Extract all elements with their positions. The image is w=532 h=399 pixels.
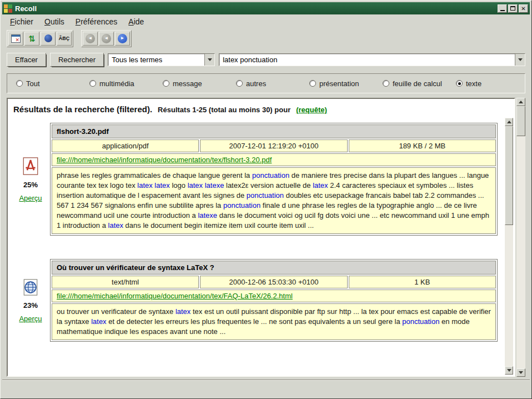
radio-icon[interactable] (236, 80, 243, 87)
pdf-file-icon[interactable] (22, 157, 39, 176)
result-item-1: 25% Aperçu flshort-3.20.pdf application/… (11, 123, 498, 236)
radio-icon[interactable] (16, 80, 23, 87)
scroll-up-button[interactable] (505, 118, 513, 126)
result-gutter: 23% Aperçu (11, 259, 50, 342)
search-row: Effacer Rechercher Tous les termes latex… (2, 51, 530, 68)
radio-icon[interactable] (163, 80, 169, 87)
recoll-window: Recoll ✕ Fichier Outils Préférences Aide… (0, 0, 532, 399)
result-mime: application/pdf (52, 139, 199, 152)
result-mime: text/html (52, 276, 199, 288)
filter-tout[interactable]: Tout (16, 79, 89, 88)
menu-aide[interactable]: Aide (124, 16, 148, 28)
radio-icon[interactable] (383, 80, 389, 87)
first-page-icon: ◄ (86, 34, 95, 43)
relevance-percent: 25% (23, 181, 38, 189)
update-index-icon: ⇅ (28, 34, 36, 43)
relevance-percent: 23% (23, 301, 38, 310)
filter-autres[interactable]: autres (236, 79, 309, 88)
clear-search-button[interactable] (8, 32, 23, 46)
results-title: Résultats de la recherche (filtered). (13, 104, 152, 114)
scrollbar-thumb[interactable] (516, 106, 525, 136)
html-file-icon[interactable] (22, 278, 39, 296)
next-page-button[interactable]: ► (115, 32, 130, 46)
search-mode-value: Tous les termes (108, 56, 204, 64)
result-abstract: ou trouver un verificateur de syntaxe la… (52, 303, 496, 340)
toolgroup-main: ⇅ ÂBÇ (7, 30, 73, 47)
radio-icon[interactable] (456, 80, 463, 87)
advanced-search-icon (44, 34, 52, 42)
search-query-dropdown-button[interactable] (515, 54, 525, 66)
scroll-up-button[interactable] (516, 98, 525, 106)
minimize-icon (500, 10, 505, 11)
results-area: Résultats de la recherche (filtered). Ré… (7, 98, 525, 377)
result-size: 1 KB (349, 276, 496, 288)
filter-multimedia[interactable]: multimédia (89, 79, 163, 88)
first-page-button[interactable]: ◄ (83, 32, 98, 46)
result-table: flshort-3.20.pdf application/pdf 2007-12… (50, 123, 498, 236)
radio-icon[interactable] (309, 80, 316, 87)
tool-bar: ⇅ ÂBÇ ◄ ◄ ► (2, 29, 530, 48)
result-item-2: 23% Aperçu Où trouver un vérificateur de… (11, 259, 498, 342)
search-mode-dropdown-button[interactable] (204, 54, 214, 66)
result-size: 189 KB / 2 MB (349, 139, 496, 152)
maximize-button[interactable] (508, 4, 518, 13)
advanced-search-button[interactable] (41, 32, 56, 46)
result-abstract: phrase les regles grammaticales de chaqu… (52, 167, 496, 234)
arrow-up-icon (507, 121, 511, 123)
chevron-down-icon (518, 58, 523, 61)
arrow-up-icon (519, 101, 523, 103)
chevron-down-icon (208, 58, 212, 61)
arrow-down-icon (507, 369, 511, 372)
filter-message[interactable]: message (163, 79, 236, 88)
result-list: Résultats de la recherche (filtered). Ré… (7, 98, 515, 377)
result-date: 2007-12-01 12:19:20 +0100 (200, 139, 347, 152)
title-bar: Recoll ✕ (2, 2, 530, 14)
filter-feuille-de-calcul[interactable]: feuille de calcul (383, 79, 456, 88)
result-gutter: 25% Aperçu (11, 123, 50, 236)
result-title: Où trouver un vérificateur de syntaxe La… (52, 261, 496, 275)
result-title: flshort-3.20.pdf (52, 124, 496, 138)
spellcheck-icon: ÂBÇ (59, 36, 70, 41)
scrollbar-thumb[interactable] (505, 126, 513, 225)
menu-fichier[interactable]: Fichier (6, 16, 38, 28)
toolgroup-nav: ◄ ◄ ► (81, 30, 132, 47)
preview-link[interactable]: Aperçu (19, 194, 42, 202)
scroll-down-button[interactable] (505, 366, 513, 375)
results-inner-scrollbar[interactable] (505, 118, 513, 375)
status-bar (2, 380, 530, 397)
search-button[interactable]: Rechercher (50, 53, 104, 67)
clear-form-icon (11, 34, 21, 43)
term-explorer-button[interactable]: ÂBÇ (57, 32, 72, 46)
clear-button[interactable]: Effacer (7, 53, 46, 67)
scroll-down-button[interactable] (516, 368, 525, 377)
query-link[interactable]: (requête) (296, 106, 327, 114)
window-title: Recoll (15, 4, 498, 13)
result-url-link[interactable]: file:///home/michael/informatique/docume… (57, 156, 272, 164)
update-index-button[interactable]: ⇅ (24, 32, 39, 46)
result-table: Où trouver un vérificateur de syntaxe La… (50, 259, 498, 342)
filter-presentation[interactable]: présentation (309, 79, 383, 88)
next-page-icon: ► (118, 34, 127, 43)
arrow-down-icon (519, 371, 523, 374)
search-query-value: latex ponctuation (219, 56, 515, 64)
search-mode-select[interactable]: Tous les termes (108, 53, 215, 66)
menu-outils[interactable]: Outils (40, 16, 69, 28)
prev-page-button[interactable]: ◄ (99, 32, 114, 46)
results-header: Résultats de la recherche (filtered). Ré… (11, 103, 509, 114)
filter-row: Tout multimédia message autres présentat… (7, 73, 525, 93)
prev-page-icon: ◄ (102, 34, 111, 43)
results-outer-scrollbar[interactable] (516, 98, 525, 377)
maximize-icon (510, 6, 515, 11)
minimize-button[interactable] (498, 4, 507, 13)
preview-link[interactable]: Aperçu (19, 315, 42, 323)
search-query-combobox[interactable]: latex ponctuation (219, 53, 525, 66)
menu-bar: Fichier Outils Préférences Aide (2, 14, 530, 29)
filter-texte[interactable]: texte (456, 79, 481, 88)
radio-icon[interactable] (89, 80, 96, 87)
result-url-link[interactable]: file:///home/michael/informatique/docume… (57, 292, 293, 300)
result-date: 2000-12-06 15:03:30 +0100 (200, 276, 347, 288)
results-summary: Résultats 1-25 (total au moins 30) pour (158, 106, 290, 114)
app-logo-icon (4, 4, 12, 13)
menu-preferences[interactable]: Préférences (71, 16, 122, 28)
close-button[interactable]: ✕ (519, 4, 528, 13)
